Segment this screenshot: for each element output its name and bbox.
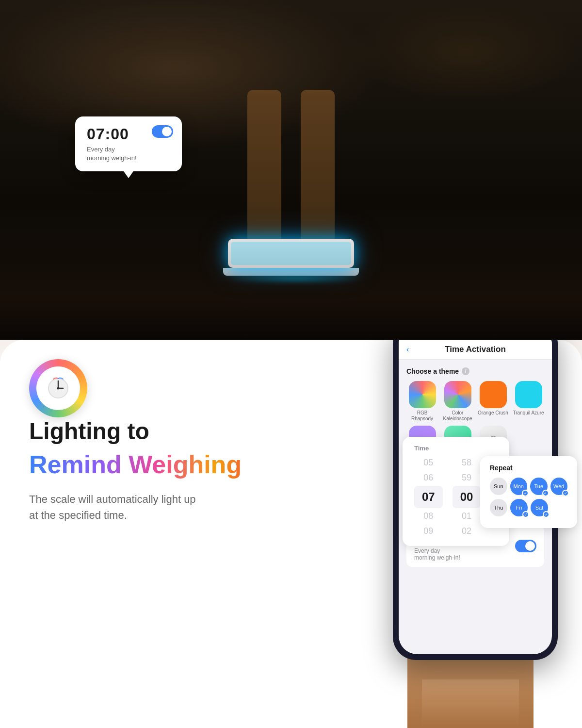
day-btn-sat[interactable]: Sat ✓ <box>531 499 548 516</box>
svg-point-3 <box>57 387 60 390</box>
alarm-tooltip: 07:00 Every day morning weigh-in! <box>75 116 182 171</box>
theme-circle-kaleido <box>444 381 471 408</box>
theme-orange-crush[interactable]: Orange Crush <box>477 381 509 422</box>
feet-visual <box>170 0 412 291</box>
reminder-day-2: Every day morning weigh-in! <box>414 547 460 561</box>
reminder-toggle-2[interactable] <box>515 540 536 552</box>
day-row-2: Thu Fri ✓ Sat ✓ <box>490 499 567 516</box>
min-01: 01 <box>462 509 471 523</box>
theme-circle-azure <box>515 381 542 408</box>
day-wed-check: ✓ <box>562 490 569 496</box>
leg-left <box>247 90 281 245</box>
hour-06: 06 <box>423 471 433 485</box>
theme-section-title: Choose a theme i <box>406 367 544 375</box>
clock-icon-bg <box>29 359 87 417</box>
theme-label-orange: Orange Crush <box>478 410 508 416</box>
clock-icon-inner <box>36 366 80 410</box>
info-icon-theme[interactable]: i <box>462 367 469 375</box>
hour-08: 08 <box>423 509 433 523</box>
headline-colored: Remind Weighing <box>29 449 262 480</box>
clock-icon <box>46 376 70 400</box>
scale-platform <box>228 239 354 268</box>
min-02: 02 <box>462 524 471 538</box>
min-59: 59 <box>462 471 471 485</box>
day-btn-thu[interactable]: Thu <box>490 499 507 516</box>
repeat-card: Repeat Sun Mon ✓ Tue ✓ Wed ✓ <box>480 456 577 528</box>
alarm-toggle[interactable] <box>152 125 173 138</box>
day-mon-check: ✓ <box>522 490 529 496</box>
clock-icon-wrapper <box>29 359 87 417</box>
theme-rgb-rhapsody[interactable]: RGB Rhapsody <box>406 381 438 422</box>
day-btn-tue[interactable]: Tue ✓ <box>530 478 548 495</box>
scale-light <box>223 276 369 281</box>
floor-gradient <box>0 301 582 340</box>
min-00-selected: 00 <box>453 486 481 508</box>
repeat-card-title: Repeat <box>490 464 567 472</box>
hour-05: 05 <box>423 456 433 470</box>
phone-container: Repeat Sun Mon ✓ Tue ✓ Wed ✓ <box>393 340 567 670</box>
time-picker-title: Time <box>414 445 498 452</box>
theme-circle-rgb <box>409 381 436 408</box>
bottom-section: Lighting to Remind Weighing The scale wi… <box>0 340 582 728</box>
alarm-toggle-knob <box>162 127 172 136</box>
day-fri-check: ✓ <box>522 511 529 518</box>
toggle-knob-2 <box>525 541 535 551</box>
left-content: Lighting to Remind Weighing The scale wi… <box>29 417 262 523</box>
day-row-1: Sun Mon ✓ Tue ✓ Wed ✓ <box>490 478 567 495</box>
min-58: 58 <box>462 456 471 470</box>
theme-label-azure: Tranquil Azure <box>513 410 544 416</box>
day-btn-mon[interactable]: Mon ✓ <box>510 478 528 495</box>
day-btn-wed[interactable]: Wed ✓ <box>550 478 568 495</box>
nav-bar: ‹ Time Activation <box>399 340 552 360</box>
scale-base <box>223 268 359 276</box>
leg-right <box>301 90 335 245</box>
scale <box>223 239 359 281</box>
theme-label-rgb: RGB Rhapsody <box>406 410 438 422</box>
theme-circle-orange <box>480 381 507 408</box>
scale-glow-inner <box>231 242 351 265</box>
hand-palm <box>422 679 519 728</box>
theme-label-kaleido: Color Kaleidoscope <box>442 410 473 422</box>
day-sat-check: ✓ <box>543 511 550 518</box>
hour-09: 09 <box>423 524 433 538</box>
headline: Lighting to <box>29 417 262 446</box>
hours-column: 05 06 07 08 09 <box>414 456 443 538</box>
day-tue-check: ✓ <box>542 490 549 496</box>
subtext: The scale will automatically light upat … <box>29 491 233 523</box>
minutes-column: 58 59 00 01 02 <box>453 456 481 538</box>
back-button[interactable]: ‹ <box>406 345 409 354</box>
day-btn-sun[interactable]: Sun <box>490 478 507 495</box>
hour-07-selected: 07 <box>414 486 443 508</box>
alarm-description: Every day morning weigh-in! <box>87 145 170 163</box>
theme-kaleidoscope[interactable]: Color Kaleidoscope <box>442 381 473 422</box>
hero-section: 07:00 Every day morning weigh-in! <box>0 0 582 340</box>
nav-title: Time Activation <box>445 345 506 354</box>
theme-tranquil-azure[interactable]: Tranquil Azure <box>513 381 544 422</box>
day-btn-fri[interactable]: Fri ✓ <box>510 499 528 516</box>
